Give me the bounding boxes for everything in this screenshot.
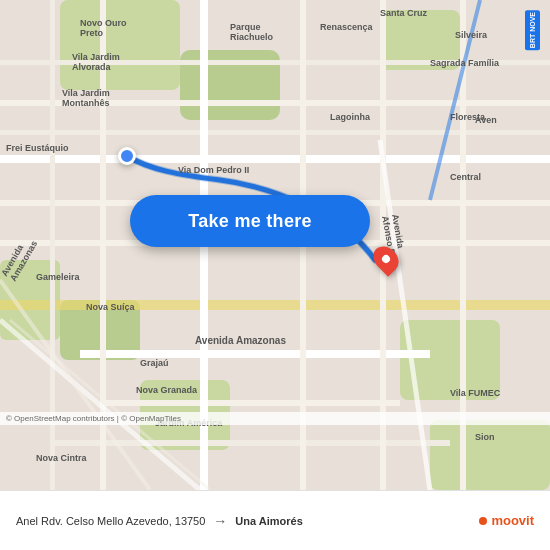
take-me-there-label: Take me there [188,211,312,232]
route-info: Anel Rdv. Celso Mello Azevedo, 13750 → U… [16,513,479,529]
take-me-there-button[interactable]: Take me there [130,195,370,247]
park-area [430,420,550,490]
moovit-dot [479,517,487,525]
park-area [400,320,500,400]
park-area [60,0,180,90]
street-horizontal [100,400,400,406]
street-horizontal [0,100,550,106]
arrow-icon: → [213,513,227,529]
map-attribution: © OpenStreetMap contributors | © OpenMap… [0,412,550,425]
moovit-logo: moovit [479,513,534,528]
street-horizontal [0,300,550,310]
destination-marker [375,245,397,273]
street-horizontal [0,130,550,135]
street-horizontal [0,155,550,163]
origin-marker [118,147,136,165]
street-horizontal [80,350,430,358]
street-horizontal [50,440,450,446]
street-horizontal [0,60,550,65]
moovit-name: moovit [491,513,534,528]
route-destination: Una Aimorés [235,515,302,527]
route-origin: Anel Rdv. Celso Mello Azevedo, 13750 [16,515,205,527]
brt-label: BRT NOVE [525,10,540,50]
map-container: Santa Cruz Silveira Novo OuroPreto Vila … [0,0,550,490]
bottom-bar: Anel Rdv. Celso Mello Azevedo, 13750 → U… [0,490,550,550]
